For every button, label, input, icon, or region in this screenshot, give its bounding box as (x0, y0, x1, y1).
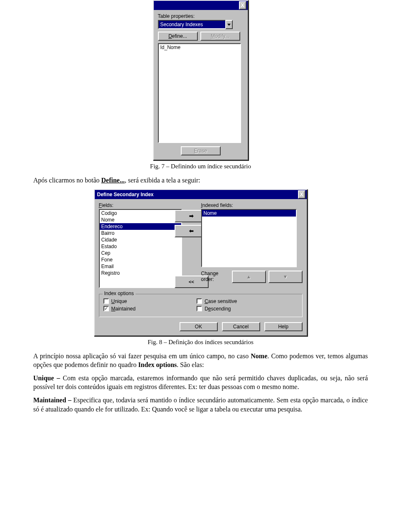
define-secondary-index-dialog: Define Secondary Index X Fields: CodigoN… (94, 189, 308, 336)
list-item[interactable]: Id_Nome (159, 44, 240, 51)
erase-button[interactable]: Erase (181, 146, 221, 155)
move-down-button[interactable]: ▼ (268, 271, 303, 283)
list-item[interactable]: Nome (202, 210, 296, 217)
case-sensitive-checkbox[interactable]: Case sensitive (197, 298, 290, 304)
paragraph-maintained: Maintained – Especifica que, todavia ser… (33, 396, 368, 414)
list-item[interactable]: Endereco (100, 223, 181, 230)
list-item[interactable]: Codigo (100, 210, 181, 217)
list-item[interactable]: Registro (100, 270, 181, 276)
close-icon[interactable]: X (298, 190, 305, 199)
index-options-group: Index options Unique Case sensitive ✓Mai… (99, 294, 303, 317)
index-options-legend: Index options (103, 291, 135, 296)
change-order-label: Change order: (201, 271, 229, 282)
help-button[interactable]: Help (264, 322, 303, 331)
paragraph-after-define: Após clicarmos no botão Define..., será … (33, 176, 368, 185)
figure-caption-7: Fig. 7 – Definindo um índice secundário (33, 163, 368, 170)
titlebar: Define Secondary Index X (95, 190, 307, 199)
ok-button[interactable]: OK (180, 322, 218, 331)
table-properties-label: Table properties: (158, 13, 244, 19)
titlebar: X (154, 1, 248, 10)
cancel-button[interactable]: Cancel (222, 322, 260, 331)
list-item[interactable]: Cep (100, 250, 181, 256)
descending-checkbox[interactable]: Descending (197, 306, 290, 312)
table-properties-combo[interactable]: Secondary Indexes (158, 20, 233, 29)
list-item[interactable]: Bairro (100, 230, 181, 236)
table-properties-dialog: X Table properties: Secondary Indexes De… (153, 0, 249, 160)
unique-checkbox[interactable]: Unique (103, 298, 197, 304)
indexes-listbox[interactable]: Id_Nome (158, 43, 241, 143)
list-item[interactable]: Nome (100, 217, 181, 223)
modify-button[interactable]: Modify... (200, 32, 240, 41)
list-item[interactable]: Estado (100, 243, 181, 250)
list-item[interactable]: Cidade (100, 236, 181, 243)
paragraph-intro-options: A princípio nossa aplicação só vai fazer… (33, 352, 368, 369)
figure-caption-8: Fig. 8 – Definição dos índices secundári… (33, 339, 368, 346)
indexed-fields-label: Indexed fields: (201, 202, 303, 208)
chevron-down-icon[interactable] (225, 20, 233, 29)
fields-listbox[interactable]: CodigoNomeEnderecoBairroCidadeEstadoCepF… (99, 209, 182, 288)
define-button[interactable]: Define... (158, 32, 198, 41)
indexed-listbox[interactable]: Nome (201, 209, 297, 267)
paragraph-unique: Unique – Com esta opção marcada, estarem… (33, 374, 368, 392)
maintained-checkbox[interactable]: ✓Maintained (103, 306, 197, 312)
list-item[interactable]: Fone (100, 256, 181, 263)
titlebar-text: Define Secondary Index (97, 192, 154, 197)
list-item[interactable]: Email (100, 263, 181, 270)
close-icon[interactable]: X (239, 1, 246, 10)
fields-label: Fields: (99, 202, 182, 208)
move-up-button[interactable]: ▲ (232, 271, 266, 283)
combo-value: Secondary Indexes (158, 20, 225, 29)
